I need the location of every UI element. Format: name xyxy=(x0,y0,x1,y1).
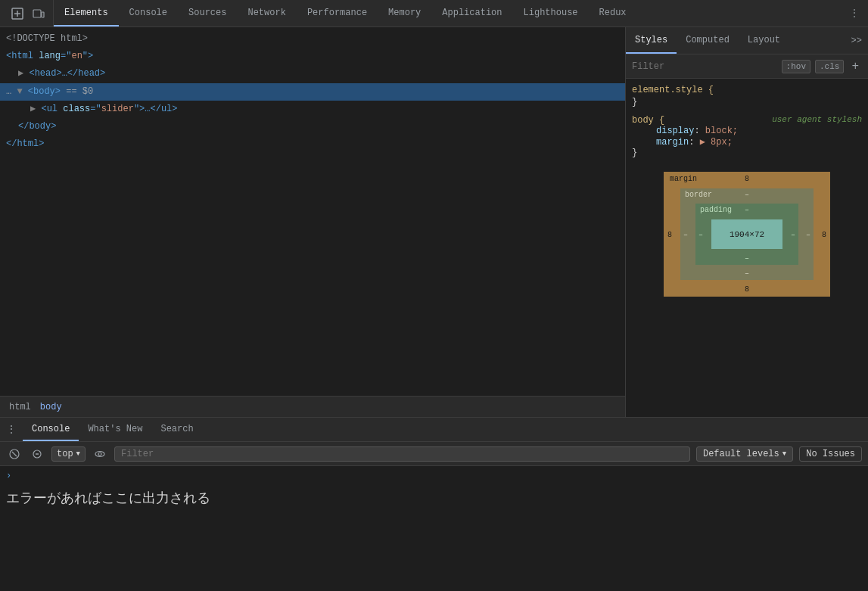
padding-bottom-dash: – xyxy=(745,254,749,263)
eye-icon[interactable] xyxy=(92,446,108,462)
stop-on-error-button[interactable] xyxy=(29,446,45,462)
styles-filter-input[interactable] xyxy=(632,61,777,72)
padding-label: padding xyxy=(700,206,732,214)
tab-lighthouse[interactable]: Lighthouse xyxy=(513,0,589,26)
more-tabs-button[interactable]: ⋮ xyxy=(844,8,865,19)
padding-right-dash: – xyxy=(791,230,795,238)
border-top-dash: – xyxy=(745,191,749,199)
panels-area: <!DOCTYPE html> <html lang="en"> ▶ <head… xyxy=(0,27,868,417)
margin-top-num: 8 xyxy=(745,175,749,183)
console-filter-input[interactable] xyxy=(114,446,690,462)
console-prompt-line: › xyxy=(6,469,862,483)
svg-point-8 xyxy=(98,453,101,456)
console-tabs: ⋮ Console What's New Search xyxy=(0,418,868,442)
margin-left-num: 8 xyxy=(667,230,672,238)
console-area: ⋮ Console What's New Search xyxy=(0,417,868,591)
devtools-body: <!DOCTYPE html> <html lang="en"> ▶ <head… xyxy=(0,27,868,591)
breadcrumb-body[interactable]: body xyxy=(37,400,65,414)
body-style-rule: body { user agent stylesh display: block… xyxy=(632,115,862,158)
inspect-icon[interactable] xyxy=(9,5,26,22)
clear-console-button[interactable] xyxy=(6,446,23,462)
border-bottom-dash: – xyxy=(745,269,749,278)
tab-application[interactable]: Application xyxy=(431,0,512,26)
html-tag-line[interactable]: <html lang="en"> xyxy=(0,48,625,65)
console-tab-search[interactable]: Search xyxy=(151,418,202,441)
tab-redux[interactable]: Redux xyxy=(589,0,637,26)
pseudo-filter-button[interactable]: :hov xyxy=(782,60,810,73)
box-model: margin 8 8 8 8 border – – – – xyxy=(664,172,830,297)
tab-memory[interactable]: Memory xyxy=(378,0,431,26)
styles-content: element.style { } body { user agent styl… xyxy=(626,79,868,417)
styles-tabs: Styles Computed Layout >> xyxy=(626,27,868,54)
body-style-selector-line: body { user agent stylesh xyxy=(632,115,862,126)
doctype-line: <!DOCTYPE html> xyxy=(0,30,625,48)
console-japanese-text: エラーがあればここに出力される xyxy=(6,483,862,513)
no-issues-button[interactable]: No Issues xyxy=(799,446,862,462)
margin-property[interactable]: margin: ▶ 8px; xyxy=(632,136,862,148)
margin-label: margin xyxy=(670,175,697,183)
html-tree: <!DOCTYPE html> <html lang="en"> ▶ <head… xyxy=(0,27,625,396)
box-model-container: margin 8 8 8 8 border – – – – xyxy=(632,166,862,303)
device-toggle-icon[interactable] xyxy=(30,5,47,22)
styles-panel: Styles Computed Layout >> :hov .cls + xyxy=(626,27,868,417)
margin-bottom-num: 8 xyxy=(745,285,749,294)
padding-top-dash: – xyxy=(745,206,749,214)
margin-right-num: 8 xyxy=(822,230,826,238)
console-tab-whatsnew[interactable]: What's New xyxy=(79,418,151,441)
tab-elements[interactable]: Elements xyxy=(54,0,119,26)
breadcrumb-html[interactable]: html xyxy=(6,400,34,414)
breadcrumb: html body xyxy=(0,396,625,417)
cls-filter-button[interactable]: .cls xyxy=(815,60,844,73)
tab-sources[interactable]: Sources xyxy=(178,0,237,26)
element-style-close: } xyxy=(632,97,862,107)
console-output: › エラーがあればここに出力される xyxy=(0,466,868,591)
console-menu-button[interactable]: ⋮ xyxy=(0,418,23,441)
border-right-dash: – xyxy=(806,230,810,238)
ul-tag-line[interactable]: ▶ <ul class="slider">…</ul> xyxy=(0,101,625,118)
add-style-button[interactable]: + xyxy=(848,60,862,73)
padding-left-dash: – xyxy=(698,230,703,238)
svg-rect-1 xyxy=(33,10,41,17)
tab-computed[interactable]: Computed xyxy=(677,27,739,54)
body-tag-line[interactable]: … ▼ <body> == $0 xyxy=(0,83,625,101)
display-property[interactable]: display: block; xyxy=(632,126,862,136)
tab-network[interactable]: Network xyxy=(237,0,296,26)
devtools-icons xyxy=(3,0,54,26)
close-html-line[interactable]: </html> xyxy=(0,135,625,153)
body-style-close: } xyxy=(632,148,862,158)
default-levels-button[interactable]: Default levels ▼ xyxy=(696,446,793,462)
tab-console[interactable]: Console xyxy=(119,0,178,26)
element-style-selector: element.style { xyxy=(632,85,862,95)
elements-panel: <!DOCTYPE html> <html lang="en"> ▶ <head… xyxy=(0,27,626,417)
tab-bar: Elements Console Sources Network Perform… xyxy=(0,0,868,27)
tab-performance[interactable]: Performance xyxy=(297,0,378,26)
border-label: border xyxy=(685,191,712,199)
svg-line-4 xyxy=(12,452,17,456)
svg-rect-2 xyxy=(42,12,44,17)
content-box: 1904×72 xyxy=(711,219,782,249)
border-left-dash: – xyxy=(683,230,688,238)
tab-layout[interactable]: Layout xyxy=(739,27,789,54)
close-body-line[interactable]: </body> xyxy=(0,118,625,135)
context-selector[interactable]: top ▼ xyxy=(51,446,86,462)
console-toolbar: top ▼ Default levels ▼ No Issues xyxy=(0,442,868,466)
prompt-arrow: › xyxy=(6,471,11,481)
element-style-rule: element.style { } xyxy=(632,85,862,107)
styles-filter-bar: :hov .cls + xyxy=(626,54,868,79)
content-size: 1904×72 xyxy=(730,230,764,239)
tab-styles[interactable]: Styles xyxy=(626,27,677,54)
console-tab-console[interactable]: Console xyxy=(23,418,79,441)
head-tag-line[interactable]: ▶ <head>…</head> xyxy=(0,65,625,82)
more-styles-tabs[interactable]: >> xyxy=(845,36,868,46)
